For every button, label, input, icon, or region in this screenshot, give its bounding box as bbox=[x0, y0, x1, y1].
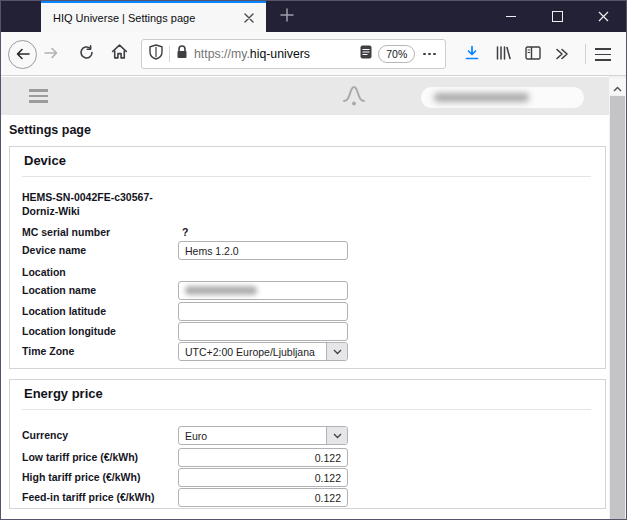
hiq-logo-icon bbox=[342, 85, 366, 111]
section-divider bbox=[22, 176, 591, 177]
redacted-account-name bbox=[434, 93, 529, 102]
browser-window: HIQ Universe | Settings page bbox=[0, 0, 627, 520]
back-button[interactable] bbox=[8, 40, 37, 69]
browser-tab[interactable]: HIQ Universe | Settings page bbox=[41, 1, 266, 32]
chevron-down-icon bbox=[326, 343, 347, 360]
library-button[interactable] bbox=[494, 46, 511, 63]
library-icon bbox=[495, 45, 511, 65]
minimize-button[interactable] bbox=[488, 1, 534, 32]
download-icon bbox=[464, 45, 480, 65]
device-name-input[interactable] bbox=[178, 241, 348, 260]
location-longitude-input[interactable] bbox=[178, 322, 348, 341]
plus-icon bbox=[280, 8, 294, 26]
scrollbar-thumb[interactable] bbox=[610, 96, 625, 519]
home-icon bbox=[111, 44, 128, 63]
url-scheme: https://my. bbox=[194, 47, 250, 61]
titlebar: HIQ Universe | Settings page bbox=[1, 1, 626, 32]
url-domain: hiq-univers bbox=[250, 47, 310, 61]
mc-serial-value: ? bbox=[182, 223, 188, 242]
web-page: Settings page Device HEMS-SN-0042FE-c305… bbox=[1, 76, 626, 519]
maximize-button[interactable] bbox=[534, 1, 580, 32]
currency-row: Currency Euro bbox=[10, 426, 605, 445]
time-zone-select[interactable]: UTC+2:00 Europe/Ljubljana bbox=[178, 342, 348, 361]
reload-icon bbox=[79, 45, 94, 64]
feed-in-tariff-row: Feed-in tariff price (€/kWh) bbox=[10, 488, 605, 507]
location-latitude-row: Location latitude bbox=[10, 302, 605, 321]
tab-close-icon[interactable] bbox=[240, 9, 258, 27]
forward-button[interactable] bbox=[43, 47, 59, 60]
time-zone-row: Time Zone UTC+2:00 Europe/Ljubljana bbox=[10, 342, 605, 361]
chevron-down-icon bbox=[326, 427, 347, 444]
close-icon bbox=[598, 8, 609, 26]
reader-mode-icon[interactable] bbox=[360, 45, 372, 63]
currency-select[interactable]: Euro bbox=[178, 426, 348, 445]
minimize-icon bbox=[506, 16, 516, 17]
forward-arrow-icon bbox=[44, 45, 58, 63]
feed-in-tariff-input[interactable] bbox=[178, 488, 348, 507]
location-name-input[interactable] bbox=[178, 281, 348, 300]
high-tariff-row: High tariff price (€/kWh) bbox=[10, 468, 605, 487]
maximize-icon bbox=[552, 11, 563, 22]
shield-icon[interactable] bbox=[149, 44, 163, 64]
reload-button[interactable] bbox=[78, 46, 94, 62]
sidebar-toggle-button[interactable] bbox=[524, 47, 541, 62]
new-tab-button[interactable] bbox=[271, 1, 303, 32]
device-serial-id: HEMS-SN-0042FE-c30567- Dorniz-Wiki bbox=[22, 190, 153, 218]
home-button[interactable] bbox=[111, 46, 128, 61]
chevron-up-icon bbox=[613, 78, 622, 96]
location-group-row: Location bbox=[10, 263, 605, 282]
energy-price-section: Energy price Currency Euro Low tariff pr… bbox=[9, 379, 606, 509]
location-longitude-row: Location longitude bbox=[10, 322, 605, 341]
double-chevron-icon bbox=[555, 46, 569, 64]
page-actions-icon[interactable] bbox=[421, 53, 438, 56]
low-tariff-input[interactable] bbox=[178, 448, 348, 467]
downloads-button[interactable] bbox=[463, 46, 480, 63]
account-pill[interactable] bbox=[421, 87, 584, 108]
url-text[interactable]: https://my.hiq-univers bbox=[194, 47, 354, 61]
url-bar[interactable]: https://my.hiq-univers 70% bbox=[141, 39, 446, 69]
hamburger-icon bbox=[595, 48, 611, 50]
site-hamburger-icon bbox=[29, 89, 48, 92]
sidebar-icon bbox=[525, 46, 541, 64]
close-button[interactable] bbox=[580, 1, 626, 32]
site-menu-button[interactable] bbox=[29, 89, 48, 103]
location-latitude-input[interactable] bbox=[178, 302, 348, 321]
lock-icon[interactable] bbox=[176, 45, 188, 63]
location-name-row: Location name bbox=[10, 281, 605, 300]
browser-toolbar: https://my.hiq-univers 70% bbox=[1, 32, 626, 76]
page-title: Settings page bbox=[9, 123, 91, 137]
low-tariff-row: Low tariff price (€/kWh) bbox=[10, 448, 605, 467]
page-scrollbar[interactable] bbox=[609, 76, 626, 519]
urlbar-divider bbox=[169, 46, 170, 62]
section-divider bbox=[22, 409, 591, 410]
toolbar-divider bbox=[585, 44, 586, 64]
mc-serial-row: MC serial number ? bbox=[10, 223, 605, 242]
device-name-row: Device name bbox=[10, 241, 605, 260]
device-section: Device HEMS-SN-0042FE-c30567- Dorniz-Wik… bbox=[9, 146, 606, 369]
scroll-up-button[interactable] bbox=[609, 78, 626, 95]
tab-title: HIQ Universe | Settings page bbox=[53, 12, 240, 24]
app-menu-button[interactable] bbox=[594, 48, 612, 61]
high-tariff-input[interactable] bbox=[178, 468, 348, 487]
zoom-level-indicator[interactable]: 70% bbox=[378, 45, 415, 63]
redacted-location-name bbox=[185, 286, 257, 295]
window-controls bbox=[488, 1, 626, 32]
site-header bbox=[1, 77, 609, 115]
back-arrow-icon bbox=[16, 46, 30, 64]
toolbar-overflow-button[interactable] bbox=[554, 48, 569, 61]
energy-price-heading: Energy price bbox=[24, 386, 103, 401]
device-heading: Device bbox=[24, 153, 66, 168]
